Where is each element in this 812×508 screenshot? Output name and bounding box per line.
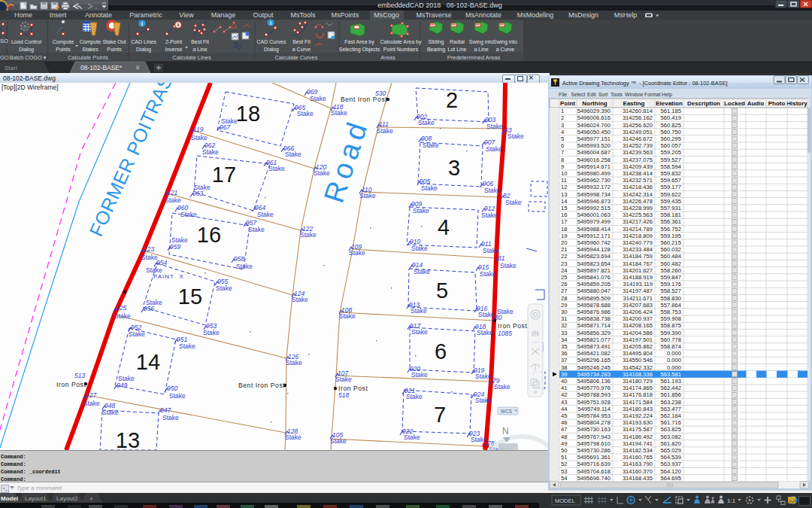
svg-text:Calculate Area by: Calculate Area by	[380, 39, 422, 45]
svg-text:Output: Output	[253, 11, 274, 19]
svg-text:N: N	[502, 426, 509, 437]
svg-text:954: 954	[156, 259, 167, 266]
svg-text:Compute: Compute	[80, 39, 102, 45]
svg-text:3: 3	[561, 122, 564, 129]
svg-text:Stake: Stake	[411, 245, 428, 252]
svg-text:Stake: Stake	[508, 132, 524, 140]
svg-text:Stake: Stake	[331, 109, 347, 117]
svg-text:314249.051: 314249.051	[623, 129, 653, 135]
svg-text:Stake: Stake	[484, 187, 501, 194]
svg-text:558.594: 558.594	[661, 163, 681, 170]
svg-text:314218.809: 314218.809	[623, 233, 653, 239]
svg-text:Photo: Photo	[768, 100, 786, 107]
svg-text:5495895.509: 5495895.509	[577, 295, 611, 302]
svg-text:Bent Iron Post: Bent Iron Post	[341, 96, 387, 103]
svg-text:Stake: Stake	[297, 110, 314, 117]
svg-text:Fast Area by: Fast Area by	[344, 39, 374, 45]
svg-text:Stake: Stake	[286, 359, 302, 367]
svg-text:563.581: 563.581	[661, 371, 681, 378]
svg-text:4: 4	[561, 129, 564, 135]
svg-text:125: 125	[116, 304, 126, 312]
svg-text:518: 518	[338, 391, 349, 399]
svg-text:7: 7	[561, 149, 564, 156]
svg-text:Stake: Stake	[114, 312, 131, 320]
svg-text:5496029.390: 5496029.390	[577, 108, 611, 114]
svg-text:46: 46	[561, 419, 567, 426]
svg-text:314197.501: 314197.501	[623, 336, 653, 343]
svg-text:5495730.286: 5495730.286	[577, 447, 611, 454]
svg-text:558.875: 558.875	[661, 322, 681, 329]
svg-text:49: 49	[561, 440, 567, 447]
svg-text:45: 45	[561, 412, 567, 419]
svg-text:Points: Points	[107, 47, 122, 52]
svg-text:314188.919: 314188.919	[623, 274, 653, 281]
svg-text:559.908: 559.908	[661, 315, 681, 322]
svg-text:41: 41	[561, 385, 567, 391]
svg-text:5495751.928: 5495751.928	[577, 399, 611, 406]
svg-text:12: 12	[561, 184, 567, 190]
svg-text:Stake: Stake	[221, 117, 238, 125]
svg-text:Stake: Stake	[475, 373, 492, 380]
svg-text:314225.563: 314225.563	[623, 211, 653, 218]
svg-text:a Line: a Line	[192, 47, 207, 52]
svg-text:1: 1	[561, 108, 564, 114]
svg-text:121: 121	[167, 189, 177, 196]
svg-text:5495734.283: 5495734.283	[577, 371, 611, 378]
svg-text:Stake: Stake	[180, 211, 197, 218]
svg-text:Stake: Stake	[483, 247, 499, 254]
svg-text:PAINT X: PAINT X	[153, 273, 184, 280]
svg-text:Description: Description	[687, 100, 720, 107]
svg-text:Audio: Audio	[747, 100, 765, 107]
svg-text:81: 81	[498, 254, 505, 262]
svg-text:Layout1: Layout1	[25, 495, 47, 502]
svg-text:5495897.821: 5495897.821	[577, 267, 611, 274]
svg-text:Stake: Stake	[191, 134, 208, 141]
svg-text:Calculate Curves: Calculate Curves	[274, 54, 317, 61]
svg-text:5495988.414: 5495988.414	[577, 226, 611, 233]
svg-text:Stake: Stake	[505, 199, 522, 206]
svg-text:Stake: Stake	[169, 392, 186, 400]
svg-text:Dialog: Dialog	[264, 47, 279, 53]
svg-text:Stake: Stake	[202, 148, 219, 156]
svg-text:Dialog: Dialog	[19, 47, 34, 53]
svg-text:Stake: Stake	[500, 262, 517, 269]
svg-text:314238.414: 314238.414	[623, 170, 653, 177]
svg-text:5495798.610: 5495798.610	[577, 440, 611, 447]
svg-text:25: 25	[561, 274, 567, 281]
svg-text:Stake: Stake	[411, 307, 427, 315]
svg-text:0.000: 0.000	[667, 357, 681, 364]
svg-text:Stake: Stake	[118, 375, 135, 382]
svg-text:35: 35	[561, 343, 567, 350]
svg-text:17: 17	[561, 218, 567, 225]
svg-text:Stake: Stake	[203, 329, 220, 336]
svg-text:2: 2	[561, 114, 564, 121]
svg-text:5495421.082: 5495421.082	[577, 350, 611, 357]
svg-text:127: 127	[86, 391, 96, 399]
svg-text:Point Numbers: Point Numbers	[383, 47, 419, 52]
svg-text:Stake: Stake	[310, 95, 326, 102]
svg-text:29: 29	[561, 302, 567, 309]
svg-text:44: 44	[561, 406, 567, 412]
svg-text:27: 27	[561, 287, 567, 294]
svg-text:Northing: Northing	[582, 100, 607, 107]
svg-text:561.185: 561.185	[661, 108, 681, 114]
svg-text:Radial: Radial	[450, 39, 465, 44]
svg-text:314163.790: 314163.790	[623, 461, 653, 467]
svg-text:Stake: Stake	[141, 254, 158, 261]
svg-text:13: 13	[561, 191, 567, 198]
svg-text:WCS: WCS	[501, 409, 513, 414]
svg-text:32: 32	[561, 322, 567, 329]
svg-text:Parametric: Parametric	[129, 11, 162, 19]
svg-text:52: 52	[561, 461, 567, 467]
svg-text:556.752: 556.752	[661, 226, 681, 233]
svg-text:959: 959	[170, 243, 180, 251]
svg-text:Bearing: Bearing	[427, 47, 445, 53]
svg-text:5495716.639: 5495716.639	[577, 461, 611, 467]
svg-text:Predetermined Areas: Predetermined Areas	[447, 54, 501, 61]
svg-text:Dialog: Dialog	[136, 47, 151, 53]
svg-text:314211.671: 314211.671	[623, 295, 653, 302]
svg-text:5495788.593: 5495788.593	[577, 391, 611, 398]
svg-text:5495993.520: 5495993.520	[577, 142, 611, 149]
svg-text:314207.683: 314207.683	[623, 302, 653, 309]
svg-text:314168.336: 314168.336	[623, 371, 653, 378]
